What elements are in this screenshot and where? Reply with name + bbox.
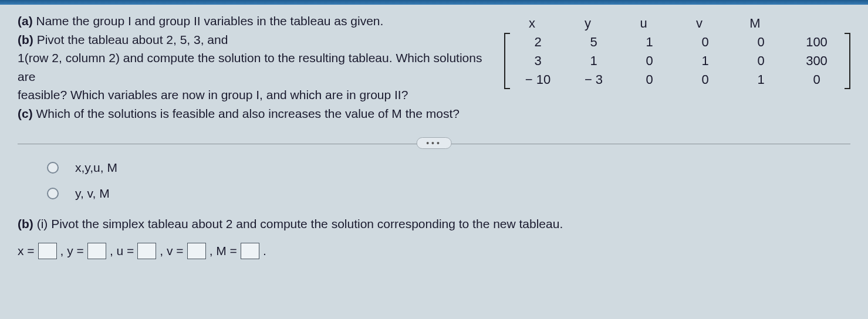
table-row: 2 5 1 0 0 100 xyxy=(510,33,845,52)
part-b-i: (b) (i) Pivot the simplex tableau about … xyxy=(18,217,850,231)
m-field[interactable] xyxy=(241,243,259,259)
equation-inputs: x = , y = , u = , v = , M = . xyxy=(18,243,850,259)
col-header: x xyxy=(504,14,560,33)
part-a-label: (a) xyxy=(18,14,33,28)
cell: 3 xyxy=(510,52,566,70)
cell: − 10 xyxy=(510,70,566,89)
cell: 2 xyxy=(510,33,566,52)
cell: 1 xyxy=(566,52,622,70)
col-header: v xyxy=(671,14,727,33)
cell: 5 xyxy=(566,33,622,52)
part-b-text2: 1(row 2, column 2) and compute the solut… xyxy=(18,51,482,83)
bracket-left xyxy=(504,33,510,89)
cell: 0 xyxy=(733,52,789,70)
part-b-i-label: (b) xyxy=(18,217,33,230)
cell: 1 xyxy=(733,70,789,89)
col-header: y xyxy=(560,14,616,33)
eq-label-v: , v = xyxy=(160,244,183,258)
cell: − 3 xyxy=(566,70,622,89)
part-a-text: Name the group I and group II variables … xyxy=(33,14,384,28)
part-b-label: (b) xyxy=(18,33,33,46)
eq-label-m: , M = xyxy=(210,244,237,258)
cell: 1 xyxy=(677,52,733,70)
part-b-i-roman: (i) xyxy=(33,217,51,230)
question-text: (a) Name the group I and group II variab… xyxy=(18,12,492,123)
radio-icon[interactable] xyxy=(47,188,59,199)
x-field[interactable] xyxy=(38,243,57,259)
simplex-tableau: x y u v M 2 5 1 0 0 100 xyxy=(504,14,850,89)
cell: 0 xyxy=(622,70,677,89)
tableau-header-row: x y u v M xyxy=(504,14,850,33)
part-b-text3: feasible? Which variables are now in gro… xyxy=(18,88,408,101)
answer-options: x,y,u, M y, v, M xyxy=(47,161,850,201)
cell: 0 xyxy=(622,52,677,70)
eq-label-x: x = xyxy=(18,244,35,258)
part-c-text: Which of the solutions is feasible and a… xyxy=(33,107,460,120)
cell: 1 xyxy=(622,33,677,52)
col-header: M xyxy=(727,14,783,33)
cell: 100 xyxy=(789,33,845,52)
part-c-label: (c) xyxy=(18,107,33,120)
option-label: x,y,u, M xyxy=(75,161,117,175)
cell: 300 xyxy=(789,52,845,70)
cell: 0 xyxy=(789,70,845,89)
option-row[interactable]: y, v, M xyxy=(47,186,850,201)
eq-label-y: , y = xyxy=(60,244,84,258)
expand-button[interactable]: ••• xyxy=(416,137,452,149)
radio-icon[interactable] xyxy=(47,162,59,174)
table-row: 3 1 0 1 0 300 xyxy=(510,52,845,70)
col-header xyxy=(783,14,839,33)
u-field[interactable] xyxy=(137,243,156,259)
col-header: u xyxy=(616,14,671,33)
bracket-right xyxy=(845,33,850,89)
cell: 0 xyxy=(677,33,733,52)
cell: 0 xyxy=(733,33,789,52)
part-b-text: Pivot the tableau about 2, 5, 3, and xyxy=(33,33,228,46)
part-b-i-text: Pivot the simplex tableau about 2 and co… xyxy=(51,217,563,230)
eq-end: . xyxy=(263,244,266,258)
eq-label-u: , u = xyxy=(110,244,134,258)
cell: 0 xyxy=(677,70,733,89)
v-field[interactable] xyxy=(187,243,206,259)
y-field[interactable] xyxy=(87,243,106,259)
table-row: − 10 − 3 0 0 1 0 xyxy=(510,70,845,89)
option-label: y, v, M xyxy=(75,186,110,201)
option-row[interactable]: x,y,u, M xyxy=(47,161,850,175)
